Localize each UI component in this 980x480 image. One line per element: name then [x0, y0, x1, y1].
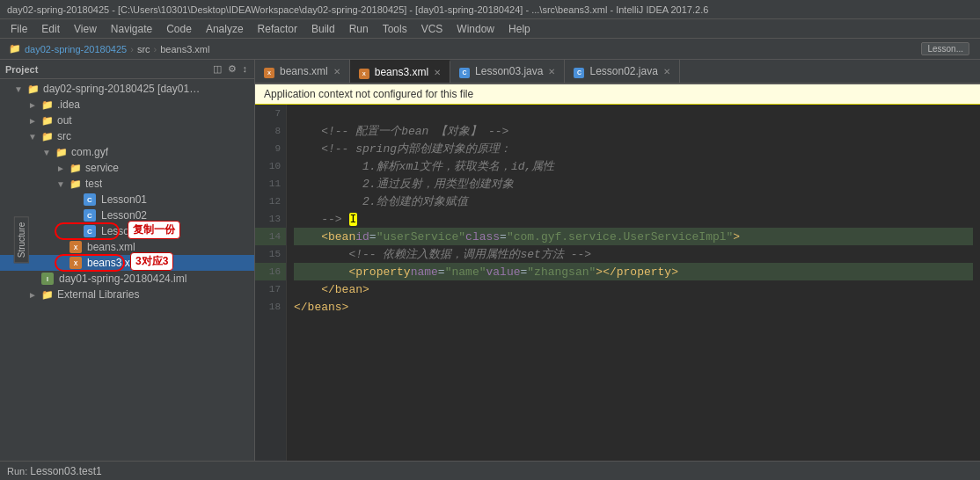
tree-item-day01-iml[interactable]: I day01-spring-20180424.iml — [0, 271, 254, 287]
code-val-name: "name" — [445, 265, 486, 279]
menu-file[interactable]: File — [4, 21, 34, 37]
breadcrumb-src[interactable]: src — [137, 44, 150, 55]
cursor: I — [349, 213, 358, 226]
code-line-18: </beans> — [294, 298, 973, 316]
menu-code[interactable]: Code — [159, 21, 199, 37]
code-comment-8: <!-- 配置一个bean 【对象】 --> — [294, 123, 508, 139]
tree-item-beans-xml[interactable]: X beans.xml — [0, 239, 254, 255]
tab-icon-beans-xml: X — [264, 65, 276, 77]
run-value: Lesson03.test1 — [30, 465, 101, 477]
tree-item-lesson03-wrapper: C Lesson03 复制一份 — [0, 223, 254, 239]
tab-label-lesson02: Lesson02.java — [589, 65, 657, 77]
tree-container: ▼ 📁 day02-spring-20180425 [day01-spri...… — [0, 79, 254, 461]
breadcrumb-project[interactable]: day02-spring-20180425 — [25, 44, 127, 55]
code-eq-2: = — [500, 230, 507, 244]
tree-item-idea[interactable]: ► 📁 .idea — [0, 97, 254, 113]
tree-item-lesson01[interactable]: C Lesson01 — [0, 192, 254, 207]
tree-item-src[interactable]: ▼ 📁 src — [0, 128, 254, 144]
tree-item-test[interactable]: ▼ 📁 test — [0, 176, 254, 192]
line-num-11: 11 — [255, 175, 286, 193]
line-num-18: 18 — [255, 298, 286, 316]
code-attr-value: value — [486, 265, 520, 279]
menu-help[interactable]: Help — [501, 21, 538, 37]
xml-icon-beans: X — [69, 240, 83, 254]
code-line-12: 2.给创建的对象赋值 — [294, 193, 973, 210]
tab-label-lesson03: Lesson03.java — [475, 65, 543, 77]
tab-close-beans3-xml[interactable]: ✕ — [434, 68, 441, 77]
label-com-gyf: com.gyf — [71, 146, 108, 158]
tab-icon-lesson03: C — [459, 65, 472, 77]
tab-close-beans-xml[interactable]: ✕ — [333, 67, 340, 76]
code-eq-3: = — [438, 265, 445, 279]
tree-item-beans3-xml[interactable]: X beans3.xml — [0, 255, 254, 271]
arrow-test: ▼ — [56, 179, 69, 189]
menu-refactor[interactable]: Refactor — [251, 21, 304, 37]
menu-vcs[interactable]: VCS — [414, 21, 450, 37]
code-attr-id: id — [355, 230, 369, 244]
tree-item-service[interactable]: ► 📁 service — [0, 160, 254, 176]
line-num-7: 7 — [255, 105, 286, 122]
label-idea: .idea — [57, 98, 80, 111]
code-tag-property-close: ></property> — [596, 265, 678, 279]
arrow-extlib: ► — [28, 290, 40, 300]
code-eq-1: = — [369, 230, 377, 244]
folder-icon-idea: 📁 — [40, 98, 55, 112]
tab-beans3-xml[interactable]: X beans3.xml ✕ — [350, 60, 450, 83]
folder-icon-src: 📁 — [40, 129, 55, 143]
code-comment-13a: --> — [294, 213, 342, 226]
menu-view[interactable]: View — [67, 21, 104, 37]
title-bar: day02-spring-20180425 - [C:\Users\10301\… — [0, 0, 980, 19]
menu-window[interactable]: Window — [450, 21, 501, 37]
tree-item-com-gyf[interactable]: ▼ 📁 com.gyf — [0, 144, 254, 160]
xml-icon-beans3: X — [69, 256, 83, 270]
sidebar-btn-3[interactable]: ↕ — [241, 63, 250, 75]
line-num-12: 12 — [255, 193, 286, 210]
tabs-bar: X beans.xml ✕ X beans3.xml ✕ C Lesson03.… — [255, 60, 980, 84]
tab-beans-xml[interactable]: X beans.xml ✕ — [255, 60, 350, 83]
code-line-17: </bean> — [294, 280, 973, 298]
code-comment-15: <!-- 依赖注入数据，调用属性的set方法 --> — [294, 246, 591, 262]
label-service: service — [85, 162, 119, 174]
label-beans-xml: beans.xml — [87, 241, 135, 253]
code-text-14a — [294, 230, 321, 244]
annotation-match: 3对应3 — [130, 252, 173, 271]
tree-item-extlib[interactable]: ► 📁 External Libraries — [0, 287, 254, 302]
line-num-16: 16 — [255, 263, 286, 280]
sidebar-btn-2[interactable]: ⚙ — [226, 63, 238, 75]
structure-tab[interactable]: Structure — [14, 217, 29, 264]
menu-navigate[interactable]: Navigate — [104, 21, 159, 37]
tree-item-out[interactable]: ► 📁 out — [0, 113, 254, 128]
breadcrumb-file[interactable]: beans3.xml — [160, 44, 209, 55]
code-line-16: <property name = "name" value = "zhangsa… — [294, 263, 973, 280]
code-val-class: "com.gyf.service.UserServiceImpl" — [507, 230, 733, 244]
code-area[interactable]: <!-- 配置一个bean 【对象】 --> <!-- spring内部创建对象… — [287, 105, 980, 461]
arrow-root: ▼ — [14, 84, 26, 94]
tab-lesson02-java[interactable]: C Lesson02.java ✕ — [565, 60, 679, 83]
tab-close-lesson03[interactable]: ✕ — [548, 67, 555, 76]
arrow-idea: ► — [28, 100, 40, 110]
menu-tools[interactable]: Tools — [376, 21, 414, 37]
tab-close-lesson02[interactable]: ✕ — [663, 67, 670, 76]
menu-build[interactable]: Build — [304, 21, 342, 37]
breadcrumb-sep1: › — [130, 44, 134, 55]
menu-edit[interactable]: Edit — [34, 21, 67, 37]
folder-icon-extlib: 📁 — [40, 287, 55, 302]
code-attr-name: name — [411, 265, 438, 279]
menu-run[interactable]: Run — [342, 21, 376, 37]
code-tag-bean-close-bracket: > — [733, 230, 740, 244]
code-comment-11: 2.通过反射，用类型创建对象 — [294, 176, 514, 192]
tree-item-root[interactable]: ▼ 📁 day02-spring-20180425 [day01-spri...… — [0, 81, 254, 97]
arrow-com-gyf: ▼ — [42, 148, 55, 157]
tree-item-lesson02[interactable]: C Lesson02 — [0, 207, 254, 223]
code-attr-class: class — [465, 230, 500, 244]
sidebar-btn-1[interactable]: ◫ — [211, 63, 223, 75]
breadcrumb-nav-button[interactable]: Lesson... — [921, 42, 969, 55]
code-line-15: <!-- 依赖注入数据，调用属性的set方法 --> — [294, 245, 973, 263]
code-comment-9: <!-- spring内部创建对象的原理： — [294, 141, 511, 156]
menu-analyze[interactable]: Analyze — [199, 21, 251, 37]
run-bar: Run: Lesson03.test1 — [0, 461, 980, 480]
tab-icon-lesson02: C — [574, 65, 586, 77]
tab-lesson03-java[interactable]: C Lesson03.java ✕ — [450, 60, 565, 83]
editor-content[interactable]: 7 8 9 10 11 12 13 14 15 16 17 18 — [255, 105, 980, 461]
line-num-15: 15 — [255, 245, 286, 263]
